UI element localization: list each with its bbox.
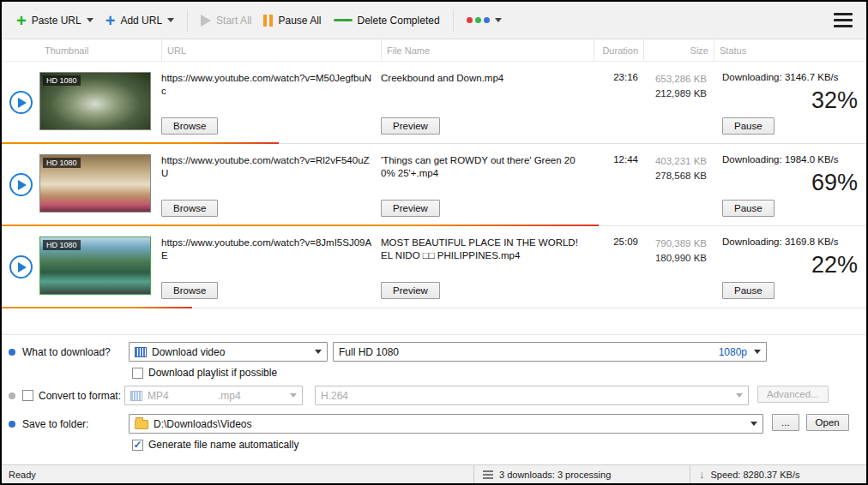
toolbar: + Paste URL + Add URL Start All Pause Al…	[2, 2, 866, 39]
size-downloaded: 180,990 KB	[643, 251, 707, 266]
progress-bar	[2, 307, 192, 308]
codec-value: H.264	[321, 390, 348, 402]
size-total: 403,231 KB	[643, 154, 707, 169]
download-status: Downloading: 1984.0 KB/s	[722, 154, 866, 165]
video-thumbnail: HD 1080	[39, 72, 151, 130]
progress-percent: 69%	[811, 170, 858, 196]
download-row: HD 1080 https://www.youtube.com/watch?v=…	[2, 144, 866, 226]
convert-checkbox[interactable]	[22, 390, 33, 401]
format-select[interactable]: MP4 .mp4	[124, 386, 303, 405]
video-url: https://www.youtube.com/watch?v=Rl2vF540…	[161, 154, 372, 180]
start-all-label: Start All	[216, 15, 251, 27]
chevron-down-icon[interactable]	[315, 350, 322, 354]
header-play-col	[2, 39, 39, 61]
play-icon	[18, 180, 27, 190]
what-to-download-row: What to download? Download video Full HD…	[9, 342, 859, 362]
delete-icon	[334, 19, 353, 21]
chevron-down-icon[interactable]	[87, 18, 93, 22]
browse-button[interactable]: Browse	[161, 200, 218, 217]
save-folder-row: Save to folder: D:\Downloads\Videos ... …	[9, 414, 859, 434]
chevron-down-icon[interactable]	[290, 393, 297, 398]
play-button[interactable]	[9, 91, 33, 114]
delete-completed-button[interactable]: Delete Completed	[328, 9, 446, 32]
chevron-down-icon[interactable]	[495, 18, 502, 22]
browse-button[interactable]: Browse	[161, 282, 218, 299]
start-all-button[interactable]: Start All	[195, 9, 257, 32]
bullet-icon	[9, 421, 15, 428]
size-cell: 653,286 KB 212,989 KB	[643, 62, 714, 143]
bullet-icon	[9, 349, 15, 356]
menu-button[interactable]	[829, 8, 858, 33]
size-total: 790,389 KB	[643, 237, 707, 251]
toolbar-separator	[453, 9, 454, 32]
codec-select[interactable]: H.264	[315, 386, 749, 405]
header-thumbnail[interactable]: Thumbnail	[39, 39, 161, 61]
add-url-button[interactable]: + Add URL	[99, 9, 180, 32]
file-name: Creekbound and Down.mp4	[381, 72, 585, 85]
header-size[interactable]: Size	[643, 39, 714, 61]
header-status[interactable]: Status	[714, 39, 866, 61]
bullet-icon	[9, 392, 15, 399]
paste-url-button[interactable]: + Paste URL	[10, 9, 99, 32]
autoname-checkbox-label: Generate file name automatically	[148, 439, 298, 451]
size-total: 653,286 KB	[643, 72, 707, 87]
preview-button[interactable]: Preview	[381, 282, 440, 299]
play-button[interactable]	[9, 255, 33, 278]
size-downloaded: 278,568 KB	[643, 169, 707, 183]
chevron-down-icon[interactable]	[754, 350, 761, 354]
video-thumbnail: HD 1080	[39, 237, 151, 295]
header-file-name[interactable]: File Name	[381, 39, 594, 61]
header-url[interactable]: URL	[161, 39, 381, 61]
download-row: HD 1080 https://www.youtube.com/watch?v=…	[2, 62, 866, 144]
chevron-down-icon[interactable]	[750, 422, 757, 426]
add-url-label: Add URL	[120, 15, 162, 27]
play-icon	[18, 262, 27, 272]
play-button[interactable]	[9, 173, 33, 196]
folder-select[interactable]: D:\Downloads\Videos	[129, 414, 763, 434]
video-thumbnail: HD 1080	[39, 154, 151, 213]
preview-button[interactable]: Preview	[381, 200, 440, 217]
status-bar: Ready 3 downloads: 3 processing ↓ Speed:…	[2, 464, 866, 483]
colored-dots-icon	[467, 17, 490, 23]
duration: 23:16	[594, 62, 643, 143]
browse-button[interactable]: Browse	[161, 117, 218, 135]
downloads-summary: 3 downloads: 3 processing	[499, 470, 611, 480]
size-cell: 790,389 KB 180,990 KB	[643, 226, 714, 308]
save-folder-label: Save to folder:	[22, 418, 129, 430]
quality-select[interactable]: Full HD 1080 1080p	[333, 342, 767, 362]
open-folder-button[interactable]: Open	[806, 414, 849, 431]
quality-text: Full HD 1080	[339, 346, 399, 358]
quality-badge: HD 1080	[43, 158, 81, 168]
chevron-down-icon[interactable]	[167, 18, 174, 22]
folder-path: D:\Downloads\Videos	[154, 418, 252, 430]
film-icon	[130, 391, 142, 401]
downloader-window: + Paste URL + Add URL Start All Pause Al…	[0, 0, 868, 485]
play-icon	[201, 15, 211, 27]
playlist-checkbox[interactable]	[132, 368, 143, 379]
playlist-option-row: Download playlist if possible	[132, 367, 859, 379]
preview-button[interactable]: Preview	[381, 117, 440, 135]
download-arrow-icon: ↓	[699, 469, 705, 480]
playlist-checkbox-label: Download playlist if possible	[148, 367, 277, 379]
pause-all-button[interactable]: Pause All	[257, 9, 327, 32]
what-to-download-label: What to download?	[22, 346, 129, 358]
progress-percent: 22%	[811, 252, 858, 278]
download-mode-select[interactable]: Download video	[129, 342, 328, 362]
toolbar-separator	[187, 9, 188, 32]
more-options-button[interactable]	[461, 12, 508, 28]
download-mode-value: Download video	[152, 346, 225, 358]
advanced-button[interactable]: Advanced...	[757, 386, 829, 403]
film-icon	[135, 347, 147, 357]
pause-button[interactable]: Pause	[722, 200, 775, 217]
quality-selected[interactable]: 1080p	[719, 346, 747, 358]
pause-button[interactable]: Pause	[722, 117, 775, 135]
delete-completed-label: Delete Completed	[358, 15, 440, 27]
autoname-checkbox[interactable]	[132, 440, 143, 451]
pause-all-label: Pause All	[278, 15, 321, 27]
header-duration[interactable]: Duration	[594, 39, 643, 61]
pause-button[interactable]: Pause	[722, 282, 775, 299]
progress-percent: 32%	[811, 87, 858, 114]
chevron-down-icon[interactable]	[736, 393, 743, 398]
folder-icon	[135, 420, 148, 429]
browse-folder-button[interactable]: ...	[772, 414, 799, 431]
